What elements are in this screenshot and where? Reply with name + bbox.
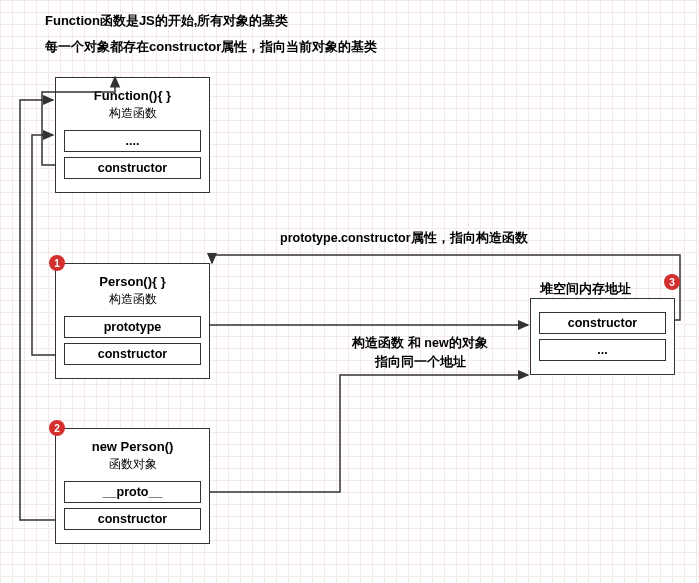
box-function: Function(){ } 构造函数 .... constructor	[55, 77, 210, 193]
person-prop-constructor: constructor	[64, 343, 201, 365]
badge-3: 3	[664, 274, 680, 290]
badge-2: 2	[49, 420, 65, 436]
header-line-1: Function函数是JS的开始,所有对象的基类	[45, 12, 288, 30]
person-subtitle: 构造函数	[64, 291, 201, 308]
heap-prop-constructor: constructor	[539, 312, 666, 334]
heap-title: 堆空间内存地址	[540, 281, 631, 298]
box-new-person: new Person() 函数对象 __proto__ constructor	[55, 428, 210, 544]
label-proto-constructor: prototype.constructor属性，指向构造函数	[280, 230, 570, 247]
function-subtitle: 构造函数	[64, 105, 201, 122]
box-person: Person(){ } 构造函数 prototype constructor	[55, 263, 210, 379]
new-person-prop-constructor: constructor	[64, 508, 201, 530]
header-line-2: 每一个对象都存在constructor属性，指向当前对象的基类	[45, 38, 377, 56]
badge-1: 1	[49, 255, 65, 271]
new-person-title: new Person()	[64, 439, 201, 454]
function-prop-constructor: constructor	[64, 157, 201, 179]
person-prop-prototype: prototype	[64, 316, 201, 338]
new-person-subtitle: 函数对象	[64, 456, 201, 473]
function-title: Function(){ }	[64, 88, 201, 103]
function-prop-dots: ....	[64, 130, 201, 152]
new-person-prop-proto: __proto__	[64, 481, 201, 503]
label-same-addr-1: 构造函数 和 new的对象	[340, 335, 500, 352]
box-heap: constructor ...	[530, 298, 675, 375]
person-title: Person(){ }	[64, 274, 201, 289]
label-same-addr-2: 指向同一个地址	[340, 354, 500, 371]
heap-prop-dots: ...	[539, 339, 666, 361]
